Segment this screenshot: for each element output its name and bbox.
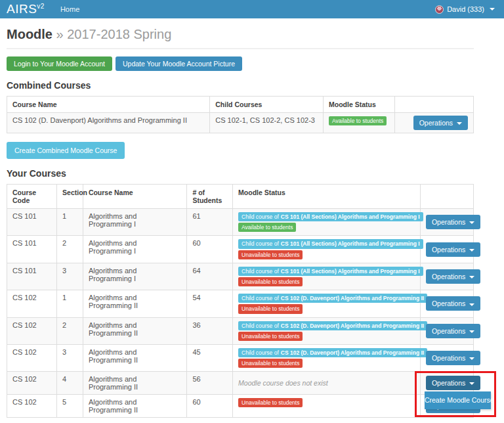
students-cell: 60: [187, 395, 233, 418]
user-name: David (333): [447, 5, 484, 13]
table-row: CS 102 5 Algorithms and Programming II 6…: [7, 395, 474, 418]
students-cell: 56: [187, 372, 233, 395]
brand-text: AIRS: [7, 2, 37, 16]
child-courses-cell: CS 102-1, CS 102-2, CS 102-3: [210, 113, 324, 133]
chevron-down-icon: [469, 221, 474, 224]
operations-button-open[interactable]: Operations: [426, 376, 480, 390]
page-title: Moodle » 2017-2018 Spring: [7, 27, 474, 42]
course-code-cell: CS 102: [7, 344, 57, 371]
child-course-badge: Child course ofCS 102 (D. Davenport) Alg…: [238, 294, 427, 303]
brand-logo[interactable]: AIRSv2: [0, 2, 52, 16]
status-badge: Unavailable to students: [238, 277, 303, 286]
operations-label: Operations: [419, 119, 453, 127]
section-cell: 3: [57, 263, 83, 290]
col-header-moodle-status: Moodle Status: [233, 185, 421, 209]
status-badge: Available to students: [329, 116, 387, 125]
create-combined-course-button[interactable]: Create Combined Moodle Course: [7, 142, 125, 159]
nav-home-link[interactable]: Home: [52, 5, 87, 13]
course-code-cell: CS 101: [7, 263, 57, 290]
user-avatar: [435, 5, 444, 14]
course-name-cell: Algorithms and Programming II: [83, 344, 187, 371]
page-title-main: Moodle: [7, 27, 52, 41]
status-badge: Unavailable to students: [238, 398, 303, 407]
operations-button[interactable]: Operations: [426, 242, 480, 257]
course-name-cell: Algorithms and Programming I: [83, 236, 187, 263]
brand-version: v2: [37, 3, 45, 10]
child-course-badge: Child course ofCS 101 (All Sections) Alg…: [238, 239, 423, 248]
operations-button[interactable]: Operations: [413, 116, 468, 130]
course-name-cell: Algorithms and Programming II: [83, 372, 187, 395]
section-cell: 1: [57, 209, 83, 236]
course-code-cell: CS 102: [7, 290, 57, 317]
chevron-down-icon: [469, 357, 474, 360]
students-cell: 36: [187, 317, 233, 344]
chevron-down-icon: [490, 8, 495, 11]
course-name-cell: Algorithms and Programming I: [83, 209, 187, 236]
child-course-badge: Child course ofCS 101 (All Sections) Alg…: [238, 212, 423, 221]
col-header-operations: [394, 97, 473, 113]
chevron-down-icon: [469, 382, 474, 385]
students-cell: 45: [187, 344, 233, 371]
operations-button[interactable]: Operations: [426, 215, 480, 229]
operations-button[interactable]: Operations: [426, 296, 480, 311]
status-badge: Unavailable to students: [238, 332, 303, 341]
login-moodle-button[interactable]: Login to Your Moodle Account: [7, 56, 112, 71]
status-badge: Unavailable to students: [238, 304, 303, 313]
page-title-subtitle: » 2017-2018 Spring: [56, 27, 172, 41]
col-header-course-name: Course Name: [7, 97, 210, 113]
col-header-students: # of Students: [187, 185, 233, 209]
child-course-badge: Child course ofCS 102 (D. Davenport) Alg…: [238, 321, 427, 330]
status-badge: Unavailable to students: [238, 250, 303, 259]
dropdown-item-create-moodle-course[interactable]: Create Moodle Course: [425, 391, 491, 409]
operations-button[interactable]: Operations: [426, 351, 480, 365]
section-cell: 1: [57, 290, 83, 317]
chevron-down-icon: [469, 249, 474, 252]
operations-button[interactable]: Operations: [426, 324, 480, 338]
combined-courses-heading: Combined Courses: [7, 80, 474, 91]
chevron-down-icon: [457, 122, 462, 125]
students-cell: 60: [187, 236, 233, 263]
col-header-section: Section: [57, 185, 83, 209]
course-code-cell: CS 102: [7, 317, 57, 344]
course-code-cell: CS 102: [7, 395, 57, 418]
col-header-moodle-status: Moodle Status: [324, 97, 395, 113]
col-header-course-name: Course Name: [83, 185, 187, 209]
child-course-badge: Child course ofCS 101 (All Sections) Alg…: [238, 267, 423, 276]
course-name-cell: CS 102 (D. Davenport) Algorithms and Pro…: [7, 113, 210, 133]
course-name-cell: Algorithms and Programming II: [83, 290, 187, 317]
chevron-down-icon: [469, 276, 474, 278]
combined-courses-table: Course Name Child Courses Moodle Status …: [7, 96, 474, 133]
col-header-course-code: Course Code: [7, 185, 57, 209]
operations-button[interactable]: Operations: [426, 269, 480, 284]
col-header-child-courses: Child Courses: [210, 97, 324, 113]
table-row: CS 102 4 Algorithms and Programming II 5…: [7, 372, 474, 395]
table-row: CS 102 3 Algorithms and Programming II 4…: [7, 344, 474, 371]
table-row: CS 101 3 Algorithms and Programming I 64…: [7, 263, 474, 290]
update-picture-button[interactable]: Update Your Moodle Account Picture: [116, 56, 242, 71]
students-cell: 64: [187, 263, 233, 290]
course-code-cell: CS 101: [7, 209, 57, 236]
table-row: CS 102 1 Algorithms and Programming II 5…: [7, 290, 474, 317]
user-menu[interactable]: David (333): [435, 5, 504, 14]
chevron-down-icon: [469, 303, 474, 306]
chevron-down-icon: [469, 330, 474, 333]
course-name-cell: Algorithms and Programming I: [83, 263, 187, 290]
course-code-cell: CS 101: [7, 236, 57, 263]
course-name-cell: Algorithms and Programming II: [83, 395, 187, 418]
col-header-operations: [420, 185, 473, 209]
navbar: AIRSv2 Home David (333): [0, 0, 504, 18]
course-name-cell: Algorithms and Programming II: [83, 317, 187, 344]
status-badge: Available to students: [238, 223, 296, 232]
table-row: CS 101 1 Algorithms and Programming I 61…: [7, 209, 474, 236]
section-cell: 4: [57, 372, 83, 395]
table-row: CS 102 (D. Davenport) Algorithms and Pro…: [7, 113, 474, 133]
divider: [7, 48, 474, 49]
course-code-cell: CS 102: [7, 372, 57, 395]
status-badge: Unavailable to students: [238, 359, 303, 368]
your-courses-table: Course Code Section Course Name # of Stu…: [7, 184, 474, 418]
section-cell: 2: [57, 236, 83, 263]
section-cell: 2: [57, 317, 83, 344]
status-note: Moodle course does not exist: [238, 379, 328, 387]
your-courses-heading: Your Courses: [7, 168, 474, 179]
students-cell: 61: [187, 209, 233, 236]
